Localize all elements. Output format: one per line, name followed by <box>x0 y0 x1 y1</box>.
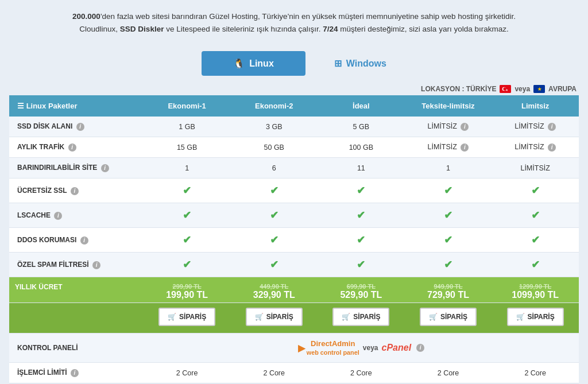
table-row: LSCACHE i✔✔✔✔✔ <box>9 203 579 228</box>
table-header-row: ☰ Linux Paketler Ekonomi-1 Ekonomi-2 İde… <box>9 95 579 117</box>
row-3-col-3: ✔ <box>405 179 492 203</box>
flag-turkey <box>500 85 511 93</box>
check-icon: ✔ <box>444 234 452 246</box>
info-icon[interactable]: i <box>416 344 424 352</box>
order-button[interactable]: 🛒 SİPARİŞ <box>507 308 564 326</box>
check-icon: ✔ <box>357 210 365 221</box>
info-icon[interactable]: i <box>71 187 79 195</box>
linux-tab[interactable]: 🐧 Linux <box>202 51 305 76</box>
info-icon[interactable]: i <box>80 236 88 245</box>
check-icon: ✔ <box>270 185 278 196</box>
price-new: 199,90 TL <box>149 290 225 300</box>
info-icon[interactable]: i <box>548 143 556 152</box>
linux-icon: 🐧 <box>233 58 245 69</box>
check-icon: ✔ <box>270 234 278 246</box>
banner-text5: ve Litespeed ile siteleriniz ışık hızınd… <box>164 25 323 33</box>
location-middle: veya <box>514 85 530 93</box>
row-6-col-1: ✔ <box>230 253 318 277</box>
row-6-col-3: ✔ <box>405 253 492 277</box>
order-empty <box>9 303 144 333</box>
row-3-col-0: ✔ <box>144 179 231 203</box>
table-row: BARINDIRILABİLİR SİTE i16111LİMİTSİZ <box>9 158 579 179</box>
table-row: ÜCRETSİZ SSL i✔✔✔✔✔ <box>9 179 579 203</box>
row-2-col-3: 1 <box>405 158 492 179</box>
row-0-col-2: 5 GB <box>318 117 405 137</box>
banner-text1: 'den fazla web sitesi barındıran Güzel H… <box>100 12 516 21</box>
check-icon: ✔ <box>357 259 365 270</box>
col-header-3: İdeal <box>318 95 405 117</box>
row-2-col-0: 1 <box>144 158 231 179</box>
banner-ssd: SSD Diskler <box>120 25 164 33</box>
islemci-col-2: 2 Core <box>318 363 405 383</box>
row-4-col-3: ✔ <box>405 203 492 228</box>
info-icon[interactable]: i <box>92 261 100 269</box>
price-row: YILLIK ÜCRET299,90 TL199,90 TL449,90 TL3… <box>9 277 579 303</box>
info-icon[interactable]: i <box>71 369 79 377</box>
price-new: 1099,90 TL <box>497 290 573 300</box>
directadmin-logo: ▶ DirectAdminweb control panel <box>298 339 359 356</box>
order-button[interactable]: 🛒 SİPARİŞ <box>246 308 303 326</box>
row-3-col-1: ✔ <box>230 179 318 203</box>
info-icon[interactable]: i <box>76 123 84 131</box>
row-4-col-2: ✔ <box>318 203 405 228</box>
table-row: ÖZEL SPAM FİLTRESİ i✔✔✔✔✔ <box>9 253 579 277</box>
menu-icon: ☰ <box>17 102 24 110</box>
price-col-3: 949,90 TL729,90 TL <box>405 277 492 303</box>
row-5-col-1: ✔ <box>230 228 318 253</box>
pricing-table: ☰ Linux Paketler Ekonomi-1 Ekonomi-2 İde… <box>9 95 579 383</box>
cart-icon: 🛒 <box>168 313 176 321</box>
location-suffix: AVRUPA <box>548 85 577 93</box>
order-col-3: 🛒 SİPARİŞ <box>405 303 492 333</box>
table-row: DDOS KORUMASI i✔✔✔✔✔ <box>9 228 579 253</box>
check-icon: ✔ <box>357 185 365 196</box>
order-col-0: 🛒 SİPARİŞ <box>144 303 231 333</box>
islemci-col-1: 2 Core <box>230 363 318 383</box>
info-icon[interactable]: i <box>461 143 469 152</box>
row-3-col-2: ✔ <box>318 179 405 203</box>
check-icon: ✔ <box>531 185 540 196</box>
row-label-1: AYLIK TRAFİK i <box>9 137 144 158</box>
order-col-4: 🛒 SİPARİŞ <box>492 303 579 333</box>
price-col-2: 699,90 TL529,90 TL <box>318 277 405 303</box>
order-button[interactable]: 🛒 SİPARİŞ <box>158 308 215 326</box>
row-2-col-1: 6 <box>230 158 318 179</box>
col-header-4: Teksite-limitsiz <box>405 95 492 117</box>
kontrol-row: KONTROL PANELİ ▶ DirectAdminweb control … <box>9 333 579 363</box>
windows-tab[interactable]: ⊞ Windows <box>334 58 386 69</box>
veya-text: veya <box>363 344 378 352</box>
check-icon: ✔ <box>531 234 540 246</box>
row-4-col-0: ✔ <box>144 203 231 228</box>
row-0-col-0: 1 GB <box>144 117 231 137</box>
svg-text:★: ★ <box>537 87 542 92</box>
row-1-col-0: 15 GB <box>144 137 231 158</box>
pricing-table-wrap: ☰ Linux Paketler Ekonomi-1 Ekonomi-2 İde… <box>0 95 588 384</box>
check-icon: ✔ <box>270 259 278 270</box>
row-2-col-2: 11 <box>318 158 405 179</box>
kontrol-label: KONTROL PANELİ <box>9 333 144 363</box>
info-icon[interactable]: i <box>54 212 62 220</box>
check-icon: ✔ <box>183 234 191 246</box>
row-5-col-0: ✔ <box>144 228 231 253</box>
location-bar: LOKASYON : TÜRKİYE veya ★ AVRUPA <box>0 82 588 95</box>
info-icon[interactable]: i <box>68 143 76 152</box>
row-0-col-3: LİMİTSİZ i <box>405 117 492 137</box>
info-icon[interactable]: i <box>101 164 109 172</box>
row-5-col-4: ✔ <box>492 228 579 253</box>
col-header-2: Ekonomi-2 <box>230 95 318 117</box>
check-icon: ✔ <box>183 185 191 196</box>
panel-logos: ▶ DirectAdminweb control panel veya cPan… <box>149 339 573 356</box>
windows-icon: ⊞ <box>334 58 342 69</box>
row-label-4: LSCACHE i <box>9 203 144 228</box>
col-header-1: Ekonomi-1 <box>144 95 231 117</box>
order-button[interactable]: 🛒 SİPARİŞ <box>332 308 389 326</box>
islemci-col-3: 2 Core <box>405 363 492 383</box>
top-banner: 200.000'den fazla web sitesi barındıran … <box>0 0 588 43</box>
banner-number: 200.000 <box>72 12 100 21</box>
info-icon[interactable]: i <box>548 123 556 131</box>
info-icon[interactable]: i <box>461 123 469 131</box>
order-button[interactable]: 🛒 SİPARİŞ <box>420 308 477 326</box>
row-1-col-3: LİMİTSİZ i <box>405 137 492 158</box>
check-icon: ✔ <box>531 210 540 221</box>
banner-text3: Cloudlinux, <box>79 25 120 33</box>
cart-icon: 🛒 <box>516 313 525 321</box>
